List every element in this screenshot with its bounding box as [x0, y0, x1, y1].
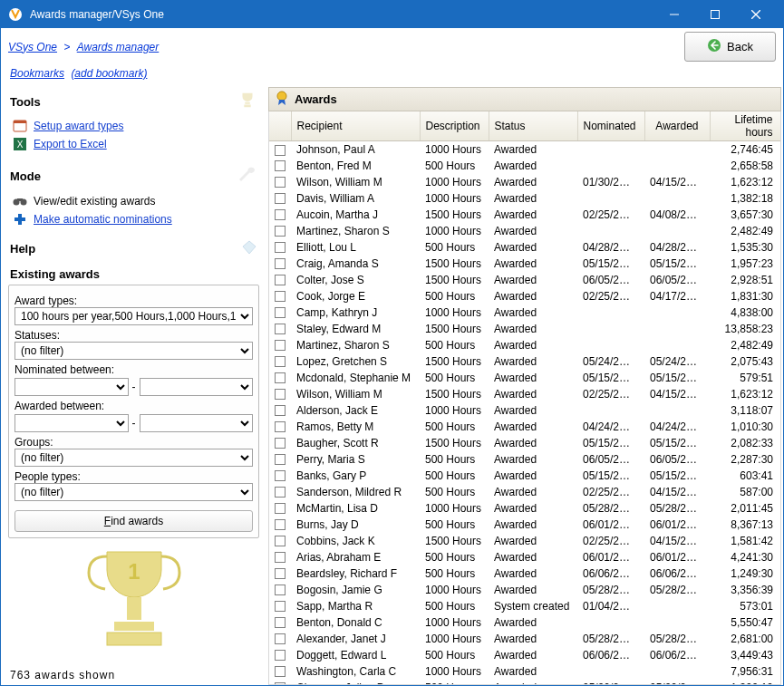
- table-row[interactable]: Craig, Amanda S1500 HoursAwarded05/15/20…: [269, 256, 781, 272]
- auto-nominations-link[interactable]: Make automatic nominations: [8, 210, 259, 228]
- awards-table-wrap[interactable]: Recipient Description Status Nominated A…: [268, 111, 781, 685]
- table-row[interactable]: Sanderson, Mildred R500 HoursAwarded02/2…: [269, 484, 781, 500]
- row-checkbox[interactable]: [275, 258, 286, 269]
- people-types-select[interactable]: (no filter): [15, 483, 253, 501]
- table-row[interactable]: Doggett, Edward L500 HoursAwarded06/06/2…: [269, 647, 781, 663]
- row-checkbox[interactable]: [275, 307, 286, 318]
- table-row[interactable]: Mcdonald, Stephanie M500 HoursAwarded05/…: [269, 370, 781, 386]
- maximize-button[interactable]: [694, 1, 735, 28]
- breadcrumb-root[interactable]: VSys One: [8, 41, 57, 53]
- table-row[interactable]: Banks, Gary P500 HoursAwarded05/15/20080…: [269, 468, 781, 484]
- export-excel-link[interactable]: X Export to Excel: [8, 135, 259, 153]
- row-checkbox[interactable]: [275, 585, 286, 595]
- table-row[interactable]: Lopez, Gretchen S1500 HoursAwarded05/24/…: [269, 353, 781, 370]
- row-checkbox[interactable]: [275, 503, 286, 514]
- setup-award-types-link[interactable]: Setup award types: [8, 117, 259, 135]
- table-row[interactable]: Ramos, Betty M500 HoursAwarded04/24/2001…: [269, 419, 781, 435]
- view-edit-awards[interactable]: View/edit existing awards: [8, 192, 259, 210]
- row-checkbox[interactable]: [275, 601, 286, 612]
- table-row[interactable]: Burns, Jay D500 HoursAwarded06/01/200206…: [269, 517, 781, 533]
- table-row[interactable]: Camp, Kathryn J1000 HoursAwarded4,838:00: [269, 304, 781, 321]
- table-row[interactable]: Perry, Maria S500 HoursAwarded06/05/2003…: [269, 451, 781, 468]
- close-button[interactable]: [735, 1, 776, 28]
- groups-select[interactable]: (no filter): [15, 449, 253, 467]
- table-row[interactable]: Baugher, Scott R1500 HoursAwarded05/15/2…: [269, 435, 781, 451]
- row-checkbox[interactable]: [275, 291, 286, 302]
- table-row[interactable]: Colter, Jose S1500 HoursAwarded06/05/200…: [269, 272, 781, 288]
- table-row[interactable]: Johnson, Paul A1000 HoursAwarded2,746:45: [269, 141, 781, 158]
- breadcrumb-current[interactable]: Awards manager: [77, 41, 160, 53]
- table-row[interactable]: Wilson, William M1000 HoursAwarded01/30/…: [269, 174, 781, 190]
- row-checkbox[interactable]: [275, 324, 286, 334]
- table-row[interactable]: Arias, Abraham E500 HoursAwarded06/01/20…: [269, 549, 781, 565]
- col-status[interactable]: Status: [489, 111, 577, 141]
- row-checkbox[interactable]: [275, 487, 286, 498]
- add-bookmark-link[interactable]: (add bookmark): [71, 67, 147, 80]
- table-row[interactable]: Clemens, Julian P500 HoursAwarded05/20/2…: [269, 680, 781, 686]
- row-checkbox[interactable]: [275, 356, 286, 367]
- table-row[interactable]: Wilson, William M1500 HoursAwarded02/25/…: [269, 386, 781, 402]
- table-row[interactable]: Cobbins, Jack K1500 HoursAwarded02/25/20…: [269, 533, 781, 549]
- table-row[interactable]: Staley, Edward M1500 HoursAwarded13,858:…: [269, 321, 781, 337]
- row-checkbox[interactable]: [275, 372, 286, 383]
- table-row[interactable]: McMartin, Lisa D1000 HoursAwarded05/28/2…: [269, 500, 781, 517]
- col-awarded[interactable]: Awarded: [644, 111, 710, 141]
- table-row[interactable]: Benton, Donald C1000 HoursAwarded5,550:4…: [269, 614, 781, 631]
- row-checkbox[interactable]: [275, 242, 286, 253]
- row-checkbox[interactable]: [275, 454, 286, 465]
- statuses-select[interactable]: (no filter): [15, 342, 253, 360]
- row-checkbox[interactable]: [275, 421, 286, 432]
- table-row[interactable]: Alexander, Janet J1000 HoursAwarded05/28…: [269, 631, 781, 647]
- col-description[interactable]: Description: [420, 111, 489, 141]
- row-checkbox[interactable]: [275, 568, 286, 579]
- row-checkbox[interactable]: [275, 519, 286, 530]
- table-row[interactable]: Sapp, Martha R500 HoursSystem created01/…: [269, 598, 781, 614]
- table-row[interactable]: Martinez, Sharon S500 HoursAwarded2,482:…: [269, 337, 781, 353]
- table-row[interactable]: Davis, William A1000 HoursAwarded1,382:1…: [269, 190, 781, 207]
- row-checkbox[interactable]: [275, 177, 286, 188]
- row-checkbox[interactable]: [275, 650, 286, 661]
- nominated-to[interactable]: [140, 378, 254, 396]
- col-lifetime[interactable]: Lifetime hours: [710, 111, 781, 141]
- row-checkbox[interactable]: [275, 617, 286, 628]
- row-checkbox[interactable]: [275, 552, 286, 563]
- row-checkbox[interactable]: [275, 226, 286, 237]
- row-checkbox[interactable]: [275, 340, 286, 351]
- row-checkbox[interactable]: [275, 470, 286, 481]
- col-recipient[interactable]: Recipient: [291, 111, 420, 141]
- award-types-select[interactable]: 100 hours per year,500 Hours,1,000 Hours…: [15, 307, 253, 325]
- nominated-from[interactable]: [15, 378, 129, 396]
- row-checkbox[interactable]: [275, 193, 286, 204]
- row-checkbox[interactable]: [275, 682, 286, 685]
- col-checkbox[interactable]: [269, 111, 291, 141]
- back-button[interactable]: Back: [684, 32, 776, 62]
- row-checkbox[interactable]: [275, 405, 286, 416]
- row-checkbox[interactable]: [275, 536, 286, 546]
- row-checkbox[interactable]: [275, 160, 286, 171]
- help-header[interactable]: Help: [8, 236, 259, 262]
- table-row[interactable]: Elliott, Lou L500 HoursAwarded04/28/2005…: [269, 239, 781, 256]
- table-row[interactable]: Aucoin, Martha J1500 HoursAwarded02/25/2…: [269, 207, 781, 223]
- table-row[interactable]: Benton, Fred M500 HoursAwarded2,658:58: [269, 158, 781, 174]
- row-checkbox[interactable]: [275, 666, 286, 677]
- bookmarks-link[interactable]: Bookmarks: [10, 67, 64, 80]
- awarded-to[interactable]: [140, 414, 254, 432]
- row-checkbox[interactable]: [275, 438, 286, 449]
- svg-rect-2: [711, 11, 719, 19]
- table-row[interactable]: Bogosin, Jamie G1000 HoursAwarded05/28/2…: [269, 582, 781, 598]
- find-awards-button[interactable]: Find awards: [15, 510, 253, 532]
- row-checkbox[interactable]: [275, 209, 286, 220]
- row-checkbox[interactable]: [275, 633, 286, 644]
- row-checkbox[interactable]: [275, 145, 286, 156]
- table-row[interactable]: Alderson, Jack E1000 HoursAwarded3,118:0…: [269, 402, 781, 419]
- minimize-button[interactable]: [653, 1, 694, 28]
- table-row[interactable]: Washington, Carla C1000 HoursAwarded7,95…: [269, 663, 781, 680]
- cell-status: Awarded: [489, 533, 577, 549]
- col-nominated[interactable]: Nominated: [577, 111, 644, 141]
- row-checkbox[interactable]: [275, 389, 286, 400]
- row-checkbox[interactable]: [275, 275, 286, 285]
- table-row[interactable]: Beardsley, Richard F500 HoursAwarded06/0…: [269, 565, 781, 582]
- table-row[interactable]: Cook, Jorge E500 HoursAwarded02/25/20090…: [269, 288, 781, 304]
- awarded-from[interactable]: [15, 414, 129, 432]
- table-row[interactable]: Martinez, Sharon S1000 HoursAwarded2,482…: [269, 223, 781, 239]
